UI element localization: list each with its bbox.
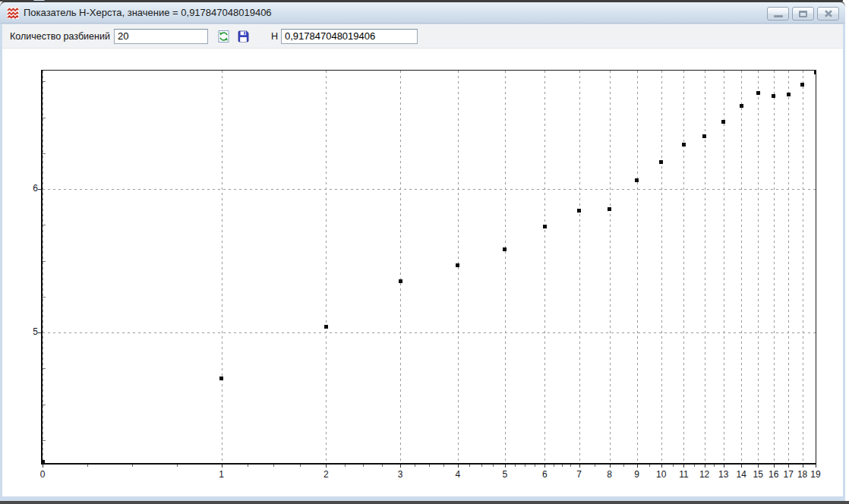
y-gridline <box>43 332 816 333</box>
refresh-button[interactable] <box>217 30 231 43</box>
data-point <box>682 143 686 146</box>
y-minor-tick <box>43 368 46 369</box>
x-tick-label: 9 <box>634 469 639 480</box>
x-minor-tick <box>562 465 563 467</box>
x-axis-tick <box>43 465 43 468</box>
data-point <box>740 104 743 108</box>
x-minor-tick <box>443 465 444 467</box>
y-minor-tick <box>43 81 46 82</box>
x-axis-tick <box>705 465 705 468</box>
x-minor-tick <box>132 465 133 467</box>
x-tick-label: 8 <box>607 469 612 480</box>
window-title: Показатель H-Херста, значение = 0,917847… <box>24 7 272 18</box>
x-minor-tick <box>177 465 178 467</box>
x-tick-label: 14 <box>737 469 746 480</box>
x-minor-tick <box>415 465 415 467</box>
x-axis-tick <box>400 465 401 468</box>
partitions-input[interactable] <box>114 29 208 44</box>
x-axis-tick <box>579 465 580 468</box>
x-axis-tick <box>661 465 662 468</box>
x-minor-tick <box>694 465 695 467</box>
y-tick-label: 5 <box>24 326 38 337</box>
data-point <box>219 376 223 380</box>
client-area: Количество разбиений H <box>2 24 843 496</box>
data-point <box>456 263 459 267</box>
x-axis-tick <box>774 465 775 468</box>
y-minor-tick <box>43 440 46 441</box>
data-point <box>756 91 760 95</box>
x-axis-tick <box>683 465 684 468</box>
x-minor-tick <box>649 465 650 467</box>
x-axis-tick <box>816 465 816 468</box>
x-tick-label: 19 <box>810 469 820 480</box>
x-minor-tick <box>382 465 383 467</box>
x-minor-tick <box>493 465 494 467</box>
title-bar[interactable]: Показатель H-Херста, значение = 0,917847… <box>0 2 845 24</box>
x-minor-tick <box>469 465 470 467</box>
app-window: Показатель H-Херста, значение = 0,917847… <box>0 1 845 501</box>
x-axis-tick <box>505 465 506 468</box>
y-minor-tick <box>43 405 46 405</box>
x-minor-tick <box>345 465 346 467</box>
x-minor-tick <box>363 465 364 467</box>
x-gridline <box>400 71 401 463</box>
x-tick-label: 3 <box>398 469 403 480</box>
y-gridline <box>43 189 816 190</box>
data-point <box>659 160 663 164</box>
data-point <box>702 134 706 138</box>
x-axis-tick <box>326 465 327 468</box>
data-point <box>324 325 328 329</box>
x-minor-tick <box>429 465 430 467</box>
x-gridline <box>544 71 545 463</box>
save-icon <box>237 30 250 43</box>
x-tick-label: 12 <box>699 469 709 480</box>
x-gridline <box>816 71 816 463</box>
h-value-input[interactable] <box>281 29 418 44</box>
x-gridline <box>661 71 662 463</box>
plot-area <box>41 70 816 465</box>
minimize-button[interactable] <box>767 7 789 20</box>
x-gridline <box>741 71 742 463</box>
x-gridline <box>222 71 223 463</box>
toolbar: Количество разбиений H <box>2 24 843 49</box>
x-minor-tick <box>535 465 535 467</box>
x-minor-tick <box>673 465 674 467</box>
x-gridline <box>637 71 638 463</box>
x-gridline <box>610 71 611 463</box>
x-gridline <box>803 71 803 463</box>
close-button[interactable] <box>817 7 839 20</box>
partitions-label: Количество разбиений <box>10 31 110 42</box>
x-minor-tick <box>570 465 571 467</box>
x-tick-label: 16 <box>769 469 778 480</box>
maximize-button[interactable] <box>792 7 814 20</box>
x-minor-tick <box>273 465 274 467</box>
x-tick-label: 13 <box>718 469 728 480</box>
h-label: H <box>271 31 278 42</box>
y-minor-tick <box>43 297 46 298</box>
y-minor-tick <box>43 118 46 118</box>
x-tick-label: 18 <box>797 469 807 480</box>
x-tick-label: 11 <box>679 469 688 480</box>
x-gridline <box>724 71 724 463</box>
x-tick-label: 15 <box>753 469 763 480</box>
x-tick-label: 1 <box>219 469 224 480</box>
x-minor-tick <box>481 465 482 467</box>
chart-region: 01234567891011121314151617181956 <box>2 49 843 496</box>
x-axis-tick <box>788 465 789 468</box>
x-tick-label: 10 <box>656 469 666 480</box>
data-point <box>787 93 791 96</box>
x-gridline <box>774 71 775 463</box>
x-axis-tick <box>544 465 545 468</box>
data-point <box>577 209 581 213</box>
x-gridline <box>326 71 327 463</box>
screen-bottom-strip <box>0 501 849 504</box>
y-minor-tick <box>43 261 46 262</box>
data-point <box>399 279 402 283</box>
save-button[interactable] <box>237 30 251 43</box>
data-point <box>503 247 507 251</box>
x-minor-tick <box>87 465 88 467</box>
data-point <box>800 83 804 87</box>
x-gridline <box>758 71 759 463</box>
data-point <box>814 71 817 74</box>
y-minor-tick <box>43 225 46 225</box>
